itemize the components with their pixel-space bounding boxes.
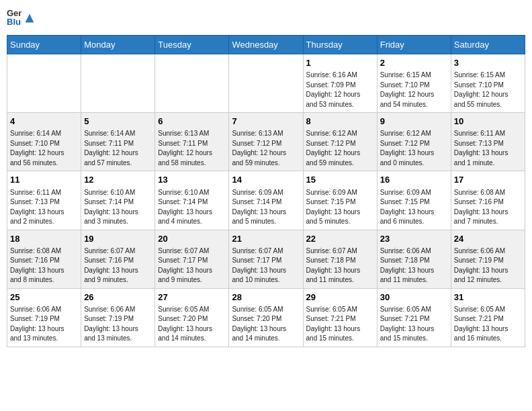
svg-text:Blue: Blue: [7, 17, 21, 26]
day-number: 8: [306, 116, 374, 128]
day-number: 23: [380, 233, 448, 245]
day-of-week-header: Sunday: [7, 36, 81, 54]
cell-sun-info: Sunrise: 6:11 AM Sunset: 7:13 PM Dayligh…: [454, 129, 522, 168]
cell-sun-info: Sunrise: 6:06 AM Sunset: 7:19 PM Dayligh…: [454, 246, 522, 285]
day-number: 24: [454, 233, 522, 245]
day-number: 19: [84, 233, 152, 245]
cell-sun-info: Sunrise: 6:12 AM Sunset: 7:12 PM Dayligh…: [306, 129, 374, 168]
day-number: 16: [380, 174, 448, 186]
day-number: 27: [158, 291, 226, 304]
calendar-cell: 10Sunrise: 6:11 AM Sunset: 7:13 PM Dayli…: [451, 113, 525, 171]
cell-sun-info: Sunrise: 6:16 AM Sunset: 7:09 PM Dayligh…: [306, 71, 374, 109]
cell-sun-info: Sunrise: 6:07 AM Sunset: 7:17 PM Dayligh…: [158, 246, 226, 285]
day-number: 25: [10, 291, 78, 304]
day-number: 3: [454, 57, 522, 69]
cell-sun-info: Sunrise: 6:05 AM Sunset: 7:20 PM Dayligh…: [158, 305, 226, 344]
day-of-week-header: Wednesday: [229, 36, 303, 54]
calendar-cell: 7Sunrise: 6:13 AM Sunset: 7:12 PM Daylig…: [229, 113, 303, 171]
day-number: 14: [232, 174, 300, 186]
calendar-cell: 6Sunrise: 6:13 AM Sunset: 7:11 PM Daylig…: [155, 113, 229, 171]
day-number: 10: [454, 116, 522, 128]
cell-sun-info: Sunrise: 6:06 AM Sunset: 7:18 PM Dayligh…: [380, 246, 448, 285]
cell-sun-info: Sunrise: 6:14 AM Sunset: 7:11 PM Dayligh…: [84, 129, 152, 168]
cell-sun-info: Sunrise: 6:06 AM Sunset: 7:19 PM Dayligh…: [84, 305, 152, 344]
day-number: 30: [380, 291, 448, 304]
day-number: 2: [380, 57, 448, 69]
day-number: 9: [380, 116, 448, 128]
page-header: General Blue: [7, 7, 525, 28]
calendar-cell: [81, 54, 155, 113]
day-number: 17: [454, 174, 522, 186]
cell-sun-info: Sunrise: 6:07 AM Sunset: 7:16 PM Dayligh…: [84, 246, 152, 285]
calendar-cell: 4Sunrise: 6:14 AM Sunset: 7:10 PM Daylig…: [7, 113, 81, 171]
day-number: 20: [158, 233, 226, 245]
calendar-cell: 20Sunrise: 6:07 AM Sunset: 7:17 PM Dayli…: [155, 230, 229, 288]
cell-sun-info: Sunrise: 6:08 AM Sunset: 7:16 PM Dayligh…: [454, 188, 522, 227]
cell-sun-info: Sunrise: 6:05 AM Sunset: 7:21 PM Dayligh…: [380, 305, 448, 344]
cell-sun-info: Sunrise: 6:12 AM Sunset: 7:12 PM Dayligh…: [380, 129, 448, 168]
calendar-cell: 21Sunrise: 6:07 AM Sunset: 7:17 PM Dayli…: [229, 230, 303, 288]
calendar-cell: [229, 54, 303, 113]
calendar-cell: 3Sunrise: 6:15 AM Sunset: 7:10 PM Daylig…: [451, 54, 525, 113]
calendar-week-row: 25Sunrise: 6:06 AM Sunset: 7:19 PM Dayli…: [7, 288, 525, 347]
calendar-cell: 19Sunrise: 6:07 AM Sunset: 7:16 PM Dayli…: [81, 230, 155, 288]
day-number: 28: [232, 291, 300, 304]
day-of-week-header: Friday: [377, 36, 451, 54]
calendar-cell: 24Sunrise: 6:06 AM Sunset: 7:19 PM Dayli…: [451, 230, 525, 288]
cell-sun-info: Sunrise: 6:10 AM Sunset: 7:14 PM Dayligh…: [158, 188, 226, 227]
calendar-cell: 18Sunrise: 6:08 AM Sunset: 7:16 PM Dayli…: [7, 230, 81, 288]
cell-sun-info: Sunrise: 6:13 AM Sunset: 7:12 PM Dayligh…: [232, 129, 300, 168]
day-of-week-header: Monday: [81, 36, 155, 54]
day-number: 13: [158, 174, 226, 186]
calendar-cell: 12Sunrise: 6:10 AM Sunset: 7:14 PM Dayli…: [81, 171, 155, 230]
calendar-cell: 5Sunrise: 6:14 AM Sunset: 7:11 PM Daylig…: [81, 113, 155, 171]
calendar-cell: 26Sunrise: 6:06 AM Sunset: 7:19 PM Dayli…: [81, 288, 155, 347]
day-number: 11: [10, 174, 78, 186]
cell-sun-info: Sunrise: 6:09 AM Sunset: 7:15 PM Dayligh…: [306, 188, 374, 227]
calendar-cell: [7, 54, 81, 113]
day-number: 15: [306, 174, 374, 186]
calendar-cell: 29Sunrise: 6:05 AM Sunset: 7:21 PM Dayli…: [303, 288, 377, 347]
day-number: 12: [84, 174, 152, 186]
day-of-week-header: Tuesday: [155, 36, 229, 54]
calendar-cell: 17Sunrise: 6:08 AM Sunset: 7:16 PM Dayli…: [451, 171, 525, 230]
day-number: 21: [232, 233, 300, 245]
cell-sun-info: Sunrise: 6:05 AM Sunset: 7:20 PM Dayligh…: [232, 305, 300, 344]
svg-marker-2: [26, 14, 34, 23]
calendar-cell: 2Sunrise: 6:15 AM Sunset: 7:10 PM Daylig…: [377, 54, 451, 113]
calendar-week-row: 1Sunrise: 6:16 AM Sunset: 7:09 PM Daylig…: [7, 54, 525, 113]
cell-sun-info: Sunrise: 6:14 AM Sunset: 7:10 PM Dayligh…: [10, 129, 78, 168]
calendar-cell: [155, 54, 229, 113]
cell-sun-info: Sunrise: 6:05 AM Sunset: 7:21 PM Dayligh…: [454, 305, 522, 344]
day-number: 4: [10, 116, 78, 128]
cell-sun-info: Sunrise: 6:05 AM Sunset: 7:21 PM Dayligh…: [306, 305, 374, 344]
cell-sun-info: Sunrise: 6:15 AM Sunset: 7:10 PM Dayligh…: [454, 71, 522, 109]
calendar-cell: 23Sunrise: 6:06 AM Sunset: 7:18 PM Dayli…: [377, 230, 451, 288]
calendar-cell: 30Sunrise: 6:05 AM Sunset: 7:21 PM Dayli…: [377, 288, 451, 347]
calendar-cell: 8Sunrise: 6:12 AM Sunset: 7:12 PM Daylig…: [303, 113, 377, 171]
logo: General Blue: [7, 7, 35, 28]
day-of-week-header: Thursday: [303, 36, 377, 54]
calendar-cell: 22Sunrise: 6:07 AM Sunset: 7:18 PM Dayli…: [303, 230, 377, 288]
day-of-week-header: Saturday: [451, 36, 525, 54]
cell-sun-info: Sunrise: 6:09 AM Sunset: 7:14 PM Dayligh…: [232, 188, 300, 227]
cell-sun-info: Sunrise: 6:13 AM Sunset: 7:11 PM Dayligh…: [158, 129, 226, 168]
cell-sun-info: Sunrise: 6:09 AM Sunset: 7:15 PM Dayligh…: [380, 188, 448, 227]
calendar-cell: 14Sunrise: 6:09 AM Sunset: 7:14 PM Dayli…: [229, 171, 303, 230]
logo-triangle-icon: [24, 13, 35, 24]
calendar-cell: 9Sunrise: 6:12 AM Sunset: 7:12 PM Daylig…: [377, 113, 451, 171]
day-number: 5: [84, 116, 152, 128]
cell-sun-info: Sunrise: 6:08 AM Sunset: 7:16 PM Dayligh…: [10, 246, 78, 285]
day-number: 29: [306, 291, 374, 304]
cell-sun-info: Sunrise: 6:11 AM Sunset: 7:13 PM Dayligh…: [10, 188, 78, 227]
calendar-cell: 27Sunrise: 6:05 AM Sunset: 7:20 PM Dayli…: [155, 288, 229, 347]
day-number: 7: [232, 116, 300, 128]
calendar-cell: 1Sunrise: 6:16 AM Sunset: 7:09 PM Daylig…: [303, 54, 377, 113]
day-number: 22: [306, 233, 374, 245]
calendar-cell: 25Sunrise: 6:06 AM Sunset: 7:19 PM Dayli…: [7, 288, 81, 347]
day-number: 1: [306, 57, 374, 69]
day-number: 31: [454, 291, 522, 304]
calendar-week-row: 11Sunrise: 6:11 AM Sunset: 7:13 PM Dayli…: [7, 171, 525, 230]
day-number: 26: [84, 291, 152, 304]
calendar-cell: 13Sunrise: 6:10 AM Sunset: 7:14 PM Dayli…: [155, 171, 229, 230]
